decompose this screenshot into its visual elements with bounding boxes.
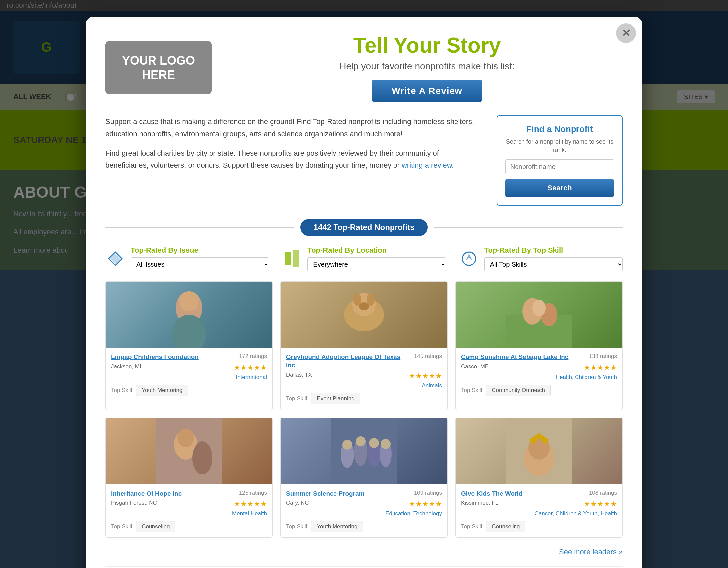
nonprofit-card-4[interactable]: Inheritance Of Hope Inc 125 ratings Pisg… [105, 418, 273, 538]
card-skill-label-3: Top Skill [461, 387, 482, 394]
card-name-2[interactable]: Greyhound Adoption League Of Texas Inc [286, 353, 411, 369]
card-stars-5: ★★★★★ [409, 500, 442, 508]
card-name-6[interactable]: Give Kids The World [461, 490, 586, 498]
close-icon: ✕ [622, 27, 631, 39]
card-category-4: Mental Health [111, 510, 267, 517]
nonprofit-card-3[interactable]: Camp Sunshine At Sebago Lake Inc 138 rat… [455, 281, 623, 410]
issue-icon [105, 249, 125, 269]
filter-skill-col: Top-Rated By Top Skill All Top Skills [459, 246, 623, 271]
card-body-6: Give Kids The World 108 ratings Kissimme… [456, 484, 622, 538]
nonprofit-card-2[interactable]: Greyhound Adoption League Of Texas Inc 1… [280, 281, 448, 410]
svg-point-17 [177, 429, 194, 447]
card-skill-row-3: Top Skill Community Outreach [461, 385, 617, 396]
card-name-5[interactable]: Summer Science Program [286, 490, 411, 498]
card-body-1: Lingap Childrens Foundation 172 ratings … [106, 348, 272, 401]
card-category-1: International [111, 374, 267, 381]
nonprofit-search-button[interactable]: Search [505, 179, 614, 197]
filter-issue-select[interactable]: All Issues [131, 257, 269, 271]
card-location-5: Cary, NC [286, 500, 309, 506]
card-loc-row-6: Kissimmee, FL ★★★★★ [461, 500, 617, 508]
card-skill-row-6: Top Skill Counseling [461, 521, 617, 532]
card-stars-3: ★★★★★ [584, 363, 617, 372]
filter-skill-title: Top-Rated By Top Skill [484, 246, 623, 255]
svg-point-26 [369, 438, 379, 448]
card-loc-row-5: Cary, NC ★★★★★ [286, 500, 442, 508]
card-category-5: Education, Technology [286, 510, 442, 517]
divider-right [434, 227, 623, 228]
card-ratings-3: 138 ratings [589, 353, 617, 360]
card-body-5: Summer Science Program 109 ratings Cary,… [281, 484, 447, 538]
card-skill-label-2: Top Skill [286, 395, 307, 402]
write-review-label: Write A Review [392, 86, 462, 96]
writing-review-link[interactable]: writing a review. [402, 161, 454, 169]
card-body-4: Inheritance Of Hope Inc 125 ratings Pisg… [106, 484, 272, 538]
card-info-row-3: Camp Sunshine At Sebago Lake Inc 138 rat… [461, 353, 617, 361]
location-icon [282, 249, 302, 269]
card-location-1: Jackson, MI [111, 363, 141, 370]
svg-point-10 [359, 302, 369, 310]
card-skill-row-1: Top Skill Youth Mentoring [111, 385, 267, 396]
card-category-2: Animals [286, 382, 442, 389]
card-image-6 [456, 418, 622, 484]
card-skill-row-4: Top Skill Counseling [111, 521, 267, 532]
filter-location-col: Top-Rated By Location Everywhere [282, 246, 446, 271]
write-review-button[interactable]: Write A Review [372, 80, 482, 102]
card-info-row-1: Lingap Childrens Foundation 172 ratings [111, 353, 267, 361]
nonprofit-name-input[interactable] [505, 159, 614, 174]
nonprofit-card-6[interactable]: Give Kids The World 108 ratings Kissimme… [455, 418, 623, 538]
filter-location-select[interactable]: Everywhere [307, 257, 446, 271]
modal-title: Tell Your Story [231, 33, 623, 58]
find-nonprofit-box: Find a Nonprofit Search for a nonprofit … [497, 115, 623, 206]
card-skill-label-6: Top Skill [461, 523, 482, 530]
card-ratings-2: 145 ratings [414, 353, 442, 360]
modal-footer: Share this ✉ f t in g+ Powered by ★ GREA… [105, 566, 623, 568]
modal-title-area: Tell Your Story Help your favorite nonpr… [231, 33, 623, 102]
card-category-6: Cancer, Children & Youth, Health [461, 510, 617, 517]
card-name-1[interactable]: Lingap Childrens Foundation [111, 353, 236, 361]
card-stars-4: ★★★★★ [234, 500, 267, 508]
card-skill-label-5: Top Skill [286, 523, 307, 530]
filter-skill-select[interactable]: All Top Skills [484, 257, 623, 271]
svg-point-24 [342, 440, 352, 450]
find-nonprofit-subtitle: Search for a nonprofit by name to see it… [505, 138, 614, 154]
modal-body: Support a cause that is making a differe… [105, 115, 623, 206]
svg-point-14 [532, 300, 546, 316]
card-stars-2: ★★★★★ [409, 372, 442, 380]
filter-location-group: Top-Rated By Location Everywhere [307, 246, 446, 271]
nonprofit-card-1[interactable]: Lingap Childrens Foundation 172 ratings … [105, 281, 273, 410]
logo-placeholder: YOUR LOGO HERE [105, 41, 212, 94]
see-more-row: See more leaders » [105, 548, 623, 556]
svg-point-4 [179, 291, 199, 311]
filter-issue-title: Top-Rated By Issue [131, 246, 269, 255]
description-p2: Find great local charities by city or st… [105, 147, 483, 172]
card-name-4[interactable]: Inheritance Of Hope Inc [111, 490, 236, 498]
card-name-3[interactable]: Camp Sunshine At Sebago Lake Inc [461, 353, 586, 361]
nonprofit-card-5[interactable]: Summer Science Program 109 ratings Cary,… [280, 418, 448, 538]
svg-point-18 [192, 441, 212, 474]
description-p1: Support a cause that is making a differe… [105, 115, 483, 140]
card-ratings-4: 125 ratings [239, 490, 267, 496]
filter-location-title: Top-Rated By Location [307, 246, 446, 255]
modal-header: YOUR LOGO HERE Tell Your Story Help your… [105, 33, 623, 102]
top-rated-header: 1442 Top-Rated Nonprofits [105, 219, 623, 236]
card-skill-label-1: Top Skill [111, 387, 132, 394]
svg-rect-0 [285, 252, 291, 265]
card-stars-1: ★★★★★ [234, 363, 267, 372]
card-skill-badge-4: Counseling [136, 521, 175, 532]
card-location-2: Dallas, TX [286, 372, 312, 378]
card-info-row-6: Give Kids The World 108 ratings [461, 490, 617, 498]
filter-issue-group: Top-Rated By Issue All Issues [131, 246, 269, 271]
card-loc-row-4: Pisgah Forest, NC ★★★★★ [111, 500, 267, 508]
divider-left [105, 227, 294, 228]
see-more-link[interactable]: See more leaders » [559, 548, 623, 556]
card-skill-badge-6: Counseling [486, 521, 525, 532]
card-skill-badge-1: Youth Mentoring [136, 385, 188, 396]
card-body-3: Camp Sunshine At Sebago Lake Inc 138 rat… [456, 348, 622, 401]
card-skill-row-5: Top Skill Youth Mentoring [286, 521, 442, 532]
card-image-2 [281, 282, 447, 348]
card-info-row-2: Greyhound Adoption League Of Texas Inc 1… [286, 353, 442, 369]
card-info-row-4: Inheritance Of Hope Inc 125 ratings [111, 490, 267, 498]
card-stars-6: ★★★★★ [584, 500, 617, 508]
modal-dialog: ✕ YOUR LOGO HERE Tell Your Story Help yo… [86, 17, 642, 568]
modal-close-button[interactable]: ✕ [616, 23, 636, 43]
